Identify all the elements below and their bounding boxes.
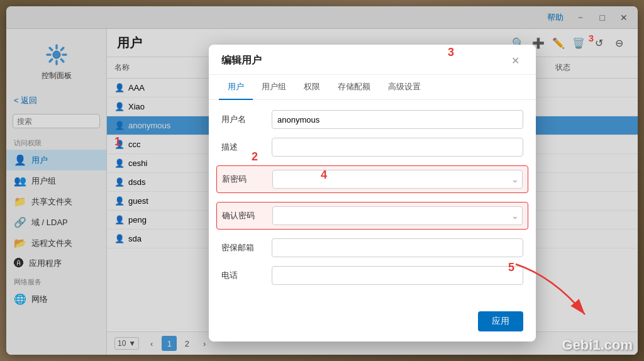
- email-row: 密保邮箱: [221, 238, 523, 257]
- new-password-input[interactable]: [272, 170, 523, 189]
- phone-input[interactable]: [272, 266, 523, 285]
- confirm-password-label: 确认密码: [222, 210, 272, 221]
- email-input[interactable]: [272, 238, 523, 257]
- confirm-password-eye-icon[interactable]: ⌄: [511, 211, 519, 221]
- tab-advanced[interactable]: 高级设置: [379, 75, 430, 100]
- modal-close-button[interactable]: ✕: [508, 53, 523, 68]
- confirm-password-row: 确认密码 ⌄: [216, 202, 528, 230]
- phone-label: 电话: [221, 270, 272, 281]
- modal-overlay: 编辑用户 ✕ 用户 用户组 权限 存储配额 高级设置 用户名 描述 新密码: [0, 0, 644, 361]
- confirm-password-input[interactable]: [272, 206, 523, 225]
- new-password-row: 新密码 ⌄: [216, 165, 528, 193]
- tab-user[interactable]: 用户: [219, 75, 253, 100]
- phone-row: 电话: [221, 266, 523, 285]
- desc-label: 描述: [221, 142, 272, 153]
- apply-button[interactable]: 应用: [478, 311, 523, 331]
- modal-form: 用户名 描述 新密码 ⌄ 确认密码 ⌄: [209, 100, 536, 304]
- new-password-label: 新密码: [222, 174, 272, 185]
- modal-tabs: 用户 用户组 权限 存储配额 高级设置: [209, 75, 536, 100]
- modal-header: 编辑用户 ✕: [209, 45, 536, 75]
- edit-user-modal: 编辑用户 ✕ 用户 用户组 权限 存储配额 高级设置 用户名 描述 新密码: [209, 45, 536, 342]
- modal-footer: 应用: [209, 304, 536, 342]
- new-password-eye-icon[interactable]: ⌄: [511, 174, 519, 184]
- desc-row: 描述: [221, 138, 523, 157]
- tab-permissions[interactable]: 权限: [295, 75, 329, 100]
- tab-user-groups[interactable]: 用户组: [253, 75, 295, 100]
- username-label: 用户名: [221, 114, 272, 125]
- modal-title: 编辑用户: [221, 54, 262, 67]
- confirm-password-input-wrap: ⌄: [272, 206, 523, 225]
- desc-input[interactable]: [272, 138, 523, 157]
- email-label: 密保邮箱: [221, 242, 272, 253]
- tab-storage-quota[interactable]: 存储配额: [329, 75, 379, 100]
- new-password-input-wrap: ⌄: [272, 170, 523, 189]
- username-row: 用户名: [221, 110, 523, 129]
- username-input[interactable]: [272, 110, 523, 129]
